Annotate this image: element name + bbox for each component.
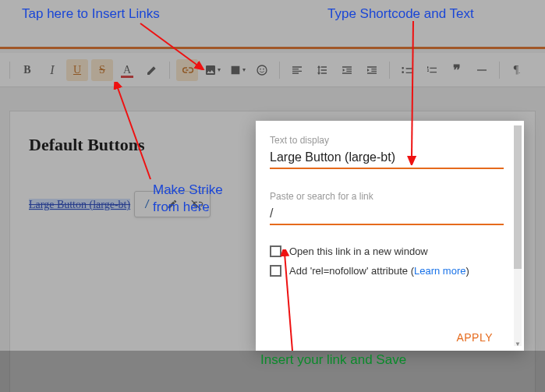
popover-scrollbar[interactable]: ▲ ▼ (514, 125, 522, 346)
text-to-display-input[interactable] (270, 150, 504, 169)
indent-decrease-button[interactable] (336, 59, 358, 81)
highlight-button[interactable] (141, 59, 163, 81)
text-color-button[interactable]: A (116, 59, 138, 81)
underline-button[interactable]: U (66, 59, 88, 81)
apply-button[interactable]: APPLY (456, 331, 493, 344)
align-left-button[interactable] (286, 59, 308, 81)
link-search-input[interactable] (270, 207, 504, 225)
bold-button[interactable]: B (16, 59, 38, 81)
link-mini-toolbar: / (134, 191, 211, 217)
italic-button[interactable]: I (41, 59, 63, 81)
svg-point-1 (260, 68, 261, 69)
nofollow-label: Add 'rel=nofollow' attribute (Learn more… (289, 265, 469, 277)
edit-link-button[interactable] (160, 192, 185, 217)
svg-rect-3 (477, 69, 487, 70)
rtl-button[interactable]: ¶· (506, 59, 528, 81)
indent-increase-button[interactable] (361, 59, 383, 81)
insert-link-popover: Text to display Paste or search for a li… (256, 121, 524, 351)
unlink-button[interactable] (185, 192, 210, 217)
learn-more-link[interactable]: Learn more (414, 265, 465, 277)
new-window-label: Open this link in a new window (289, 245, 428, 257)
blockquote-button[interactable]: ❞ (446, 59, 468, 81)
mini-slash-button[interactable]: / (135, 192, 160, 217)
new-window-checkbox[interactable] (270, 245, 281, 257)
strikethrough-button[interactable]: S (91, 59, 113, 81)
numbered-list-button[interactable] (421, 59, 443, 81)
horizontal-rule-button[interactable] (471, 59, 493, 81)
insert-link-button[interactable] (176, 59, 198, 81)
bullet-list-button[interactable] (396, 59, 418, 81)
selected-link-text[interactable]: Large Button (large-bt) (29, 199, 130, 210)
insert-video-button[interactable]: ▾ (226, 59, 248, 81)
insert-image-button[interactable]: ▾ (201, 59, 223, 81)
text-to-display-label: Text to display (270, 135, 505, 146)
format-toolbar: B I U S A ▾ ▾ ❞ ¶· (0, 53, 545, 87)
svg-point-0 (257, 65, 267, 75)
insert-emoji-button[interactable] (251, 59, 273, 81)
line-height-button[interactable] (311, 59, 333, 81)
svg-point-2 (263, 68, 264, 69)
nofollow-checkbox[interactable] (270, 265, 281, 277)
link-search-label: Paste or search for a link (270, 191, 505, 202)
